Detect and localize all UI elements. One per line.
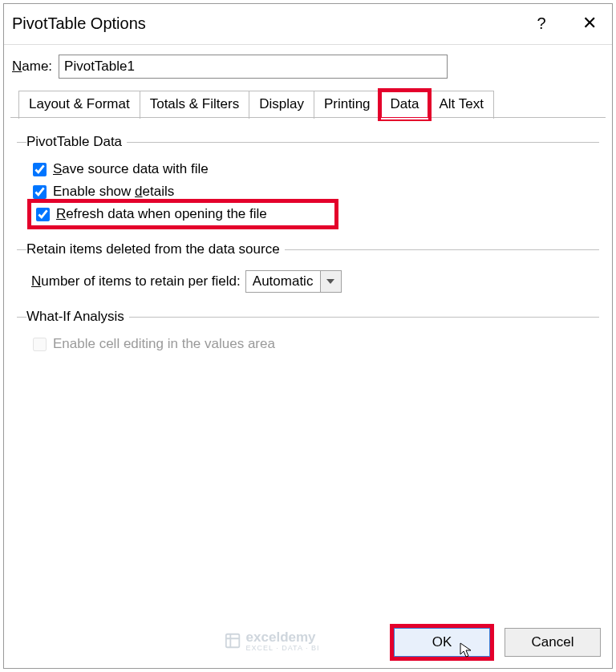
checkbox-save-source-data-input[interactable] [33, 163, 47, 176]
checkbox-enable-cell-editing-input [33, 338, 47, 351]
group-pivottable-data-legend: PivotTable Data [26, 134, 127, 150]
name-input[interactable] [59, 55, 448, 79]
ok-button[interactable]: OK [394, 628, 490, 657]
retain-per-field-value: Automatic [246, 271, 320, 292]
titlebar: PivotTable Options ? ✕ [4, 4, 612, 45]
tab-data[interactable]: Data [380, 91, 430, 119]
group-what-if-analysis-legend: What-If Analysis [26, 309, 129, 325]
checkbox-enable-cell-editing-label: Enable cell editing in the values area [53, 336, 275, 352]
name-label: Name: [12, 59, 52, 75]
checkbox-enable-cell-editing: Enable cell editing in the values area [31, 333, 599, 355]
pivottable-options-dialog: PivotTable Options ? ✕ Name: Layout & Fo… [3, 3, 613, 669]
tab-alt-text[interactable]: Alt Text [428, 91, 493, 119]
retain-field-row: Number of items to retain per field: Aut… [31, 265, 599, 293]
checkbox-enable-show-details[interactable]: Enable show details [31, 180, 599, 203]
name-row: Name: [4, 45, 612, 90]
checkbox-refresh-on-open[interactable]: Refresh data when opening the file [31, 203, 334, 225]
titlebar-buttons: ? ✕ [522, 9, 609, 38]
tab-display[interactable]: Display [249, 91, 314, 119]
checkbox-refresh-on-open-label: Refresh data when opening the file [56, 206, 267, 222]
dialog-title: PivotTable Options [12, 14, 146, 33]
checkbox-enable-show-details-label: Enable show details [53, 184, 174, 200]
checkbox-enable-show-details-input[interactable] [33, 185, 47, 199]
close-button[interactable]: ✕ [570, 9, 609, 38]
tab-panel-data: PivotTable Data Save source data with fi… [10, 118, 606, 668]
group-retain-items: Retain items deleted from the data sourc… [17, 241, 599, 293]
chevron-down-icon[interactable] [320, 271, 341, 292]
checkbox-save-source-data-label: Save source data with file [53, 161, 209, 177]
cancel-button[interactable]: Cancel [505, 628, 601, 657]
group-retain-items-legend: Retain items deleted from the data sourc… [26, 241, 285, 257]
help-button[interactable]: ? [522, 9, 561, 38]
retain-per-field-label: Number of items to retain per field: [31, 273, 241, 289]
checkbox-save-source-data[interactable]: Save source data with file [31, 158, 599, 180]
dialog-button-row: OK Cancel [394, 628, 601, 657]
tabstrip-underline [10, 117, 606, 118]
checkbox-refresh-on-open-input[interactable] [36, 208, 50, 221]
tab-layout-format[interactable]: Layout & Format [18, 91, 140, 119]
group-pivottable-data: PivotTable Data Save source data with fi… [17, 134, 599, 225]
tabstrip: Layout & Format Totals & Filters Display… [4, 90, 612, 118]
tab-totals-filters[interactable]: Totals & Filters [140, 91, 249, 119]
group-what-if-analysis: What-If Analysis Enable cell editing in … [17, 309, 599, 355]
tab-printing[interactable]: Printing [314, 91, 381, 119]
retain-per-field-select[interactable]: Automatic [245, 270, 342, 293]
